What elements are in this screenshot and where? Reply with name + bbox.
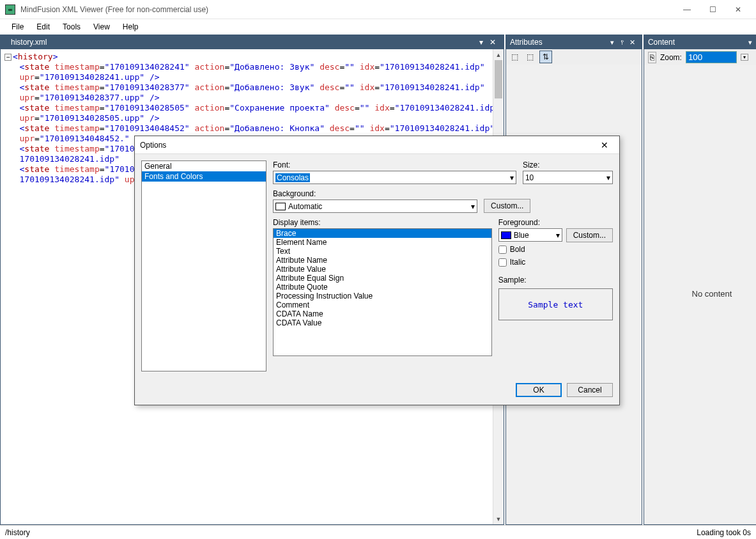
display-item[interactable]: Attribute Quote: [274, 283, 491, 292]
display-item[interactable]: Attribute Value: [274, 265, 491, 274]
category-list[interactable]: General Fonts and Colors: [141, 160, 266, 371]
minimize-button[interactable]: —: [674, 1, 700, 19]
sample-label: Sample:: [498, 276, 613, 285]
chevron-down-icon: ▾: [606, 173, 610, 182]
maximize-button[interactable]: ☐: [700, 1, 725, 19]
copy-icon[interactable]: ⎘: [648, 52, 656, 63]
menubar: File Edit Tools View Help: [0, 19, 756, 35]
panel-menu-icon[interactable]: ▾: [607, 38, 617, 47]
scroll-down-icon[interactable]: ▼: [493, 513, 504, 524]
tab-close-icon[interactable]: ✕: [487, 38, 498, 47]
fg-swatch: [501, 231, 511, 239]
menu-tools[interactable]: Tools: [56, 20, 87, 33]
size-value: 10: [525, 173, 534, 182]
status-loading: Loading took 0s: [697, 528, 751, 537]
italic-checkbox[interactable]: Italic: [498, 258, 613, 267]
font-value: Consolas: [275, 173, 310, 182]
display-item[interactable]: Processing Instruction Value: [274, 292, 491, 301]
background-value: Automatic: [288, 202, 322, 211]
display-item[interactable]: Attribute Equal Sign: [274, 274, 491, 283]
document-tab[interactable]: history.xml: [6, 36, 475, 48]
status-bar: /history Loading took 0s: [0, 525, 756, 539]
content-panel: Content ▾ ⫯ ✕ ⎘ Zoom: ▾ No content: [644, 35, 756, 525]
fg-custom-button[interactable]: Custom...: [566, 228, 613, 242]
background-label: Background:: [273, 189, 477, 198]
menu-file[interactable]: File: [5, 20, 30, 33]
size-combo[interactable]: 10 ▾: [523, 171, 613, 184]
content-body: No content: [644, 65, 756, 524]
dialog-body: General Fonts and Colors Font: Consolas …: [135, 154, 619, 378]
bg-custom-button[interactable]: Custom...: [484, 199, 530, 213]
attr-tool-1-icon[interactable]: ⬚: [509, 51, 521, 63]
menu-help[interactable]: Help: [116, 20, 145, 33]
foreground-combo[interactable]: Blue ▾: [498, 228, 562, 242]
dialog-header[interactable]: Options ✕: [135, 136, 619, 154]
foreground-label: Foreground:: [498, 218, 613, 227]
panel-pin-icon[interactable]: ⫯: [617, 38, 628, 46]
zoom-input[interactable]: [686, 51, 737, 63]
sample-text: Sample text: [528, 300, 583, 309]
italic-check-input[interactable]: [498, 258, 507, 267]
sample-box: Sample text: [498, 288, 613, 320]
dialog-form: Font: Consolas ▾ Size: 10 ▾ Backgroun: [273, 160, 613, 371]
display-item[interactable]: Attribute Name: [274, 256, 491, 265]
attributes-header: Attributes ▾ ⫯ ✕: [506, 35, 642, 49]
dialog-title: Options: [140, 141, 595, 150]
app-icon: ∞: [5, 4, 15, 15]
category-general[interactable]: General: [142, 161, 266, 171]
category-fonts-colors[interactable]: Fonts and Colors: [142, 171, 266, 182]
font-combo[interactable]: Consolas ▾: [273, 171, 516, 184]
size-label: Size:: [523, 160, 613, 169]
display-item[interactable]: CDATA Value: [274, 318, 491, 327]
attributes-title: Attributes: [510, 38, 607, 47]
bg-swatch: [275, 203, 286, 210]
zoom-label: Zoom:: [660, 53, 682, 62]
content-header: Content ▾ ⫯ ✕: [644, 35, 756, 49]
display-items-label: Display items:: [273, 218, 492, 227]
options-dialog: Options ✕ General Fonts and Colors Font:…: [134, 136, 620, 405]
titlebar: ∞ MindFusion XML Viewer (Free for non-co…: [0, 0, 756, 19]
document-header: history.xml ▾ ✕: [1, 35, 504, 49]
panel-menu-icon[interactable]: ▾: [745, 38, 755, 47]
foreground-value: Blue: [514, 231, 529, 240]
display-items-list[interactable]: BraceElement NameTextAttribute NameAttri…: [273, 228, 492, 356]
content-title: Content: [648, 38, 745, 47]
background-combo[interactable]: Automatic ▾: [273, 199, 477, 213]
display-item[interactable]: Text: [274, 247, 491, 256]
content-toolbar: ⎘ Zoom: ▾: [644, 49, 756, 65]
chevron-down-icon: ▾: [510, 173, 514, 182]
no-content-label: No content: [644, 289, 756, 299]
display-item[interactable]: Element Name: [274, 238, 491, 247]
menu-edit[interactable]: Edit: [30, 20, 56, 33]
zoom-dropdown-icon[interactable]: ▾: [741, 54, 748, 61]
tab-dropdown-icon[interactable]: ▾: [475, 38, 487, 47]
status-path: /history: [5, 528, 697, 537]
bold-check-input[interactable]: [498, 246, 507, 254]
ok-button[interactable]: OK: [516, 383, 562, 397]
attributes-toolbar: ⬚ ⬚ ⇅: [506, 49, 642, 65]
panel-close-icon[interactable]: ✕: [628, 38, 638, 47]
display-item[interactable]: Brace: [274, 229, 491, 238]
scroll-up-icon[interactable]: ▲: [493, 49, 504, 60]
chevron-down-icon: ▾: [471, 202, 475, 211]
attr-tool-2-icon[interactable]: ⬚: [524, 51, 537, 63]
cancel-button[interactable]: Cancel: [567, 383, 613, 397]
dialog-footer: OK Cancel: [135, 378, 619, 405]
chevron-down-icon: ▾: [556, 231, 560, 240]
attr-sort-icon[interactable]: ⇅: [539, 51, 552, 63]
display-item[interactable]: CDATA Name: [274, 309, 491, 318]
display-item[interactable]: Comment: [274, 301, 491, 309]
font-label: Font:: [273, 160, 516, 169]
close-button[interactable]: ✕: [725, 1, 751, 19]
dialog-close-icon[interactable]: ✕: [595, 140, 614, 150]
window-title: MindFusion XML Viewer (Free for non-comm…: [20, 5, 674, 14]
bold-checkbox[interactable]: Bold: [498, 245, 613, 254]
menu-view[interactable]: View: [87, 20, 116, 33]
scroll-thumb[interactable]: [495, 60, 502, 98]
